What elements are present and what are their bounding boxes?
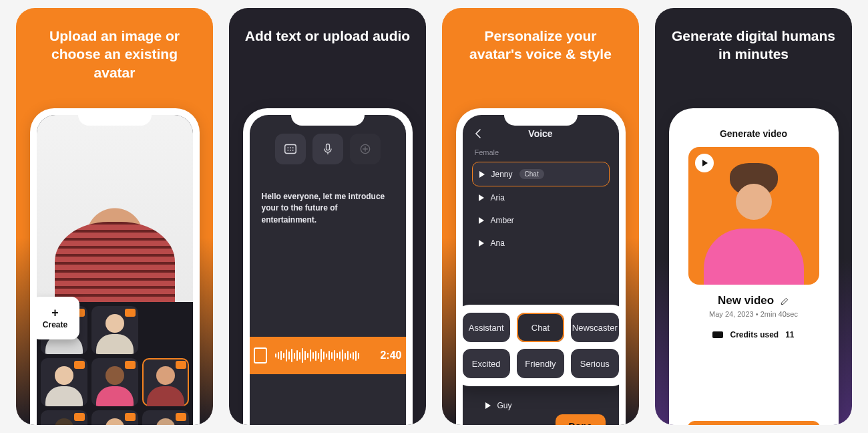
avatar-tile[interactable]: [91, 306, 138, 354]
voice-row[interactable]: Amber: [472, 209, 610, 232]
play-button[interactable]: [695, 154, 714, 172]
audio-screen: Hello everyone, let me introduce your to…: [250, 115, 406, 425]
microphone-icon: [321, 142, 335, 156]
voice-name: Amber: [491, 216, 514, 225]
premium-badge-icon: [74, 413, 85, 421]
generate-screen: Generate video New video May 24, 2023 • …: [676, 115, 832, 425]
voice-style-chip: Chat: [519, 169, 544, 179]
panel-title: Personalize your avatar's voice & style: [442, 8, 639, 70]
done-button[interactable]: Done: [556, 414, 606, 425]
premium-badge-icon: [125, 361, 136, 369]
panel-voice-style: Personalize your avatar's voice & style …: [442, 8, 639, 425]
waveform-icon: [275, 348, 373, 363]
play-icon: [479, 194, 484, 201]
upload-mode-button[interactable]: [350, 134, 381, 164]
avatar-tile[interactable]: [142, 410, 189, 425]
style-option[interactable]: Excited: [463, 349, 510, 378]
style-option[interactable]: Serious: [571, 349, 618, 378]
plus-icon: +: [51, 307, 59, 319]
credits-icon: [712, 331, 723, 338]
credits-row: Credits used 11: [712, 330, 794, 339]
panel-title: Add text or upload audio: [229, 8, 426, 51]
svg-point-5: [290, 150, 291, 151]
keyboard-mode-button[interactable]: [275, 134, 306, 164]
panel-upload-avatar: Upload an image or choose an existing av…: [16, 8, 213, 425]
voice-name: Aria: [491, 193, 505, 202]
phone-mock: Hello everyone, let me introduce your to…: [243, 108, 413, 425]
premium-badge-icon: [125, 309, 136, 317]
voice-name: Ana: [491, 239, 505, 248]
voice-header: Voice: [472, 124, 610, 143]
avatar-tile[interactable]: [41, 410, 87, 425]
play-icon: [479, 240, 484, 247]
back-button[interactable]: [475, 129, 481, 138]
avatar-tile[interactable]: [91, 410, 138, 425]
svg-point-3: [292, 147, 293, 148]
avatar-picker-screen: + Create: [37, 115, 193, 425]
voice-row[interactable]: Ana: [472, 232, 610, 255]
style-option[interactable]: Assistant: [463, 313, 510, 342]
video-meta: May 24, 2023 • 2min 40sec: [709, 310, 798, 318]
generate-header: Generate video: [720, 128, 787, 139]
section-label-female: Female: [475, 148, 610, 156]
video-name[interactable]: New video: [718, 294, 789, 307]
svg-point-2: [290, 147, 291, 148]
style-option[interactable]: Friendly: [517, 349, 564, 378]
voice-name: Guy: [497, 401, 512, 410]
play-icon: [479, 217, 484, 224]
panel-add-text-audio: Add text or upload audio Hello everyone,…: [229, 8, 426, 425]
voice-row[interactable]: Aria: [472, 186, 610, 209]
avatar-tile[interactable]: [91, 358, 138, 406]
edit-icon: [780, 297, 789, 306]
premium-badge-icon: [176, 413, 186, 421]
style-option-selected[interactable]: Chat: [517, 313, 564, 342]
panel-title: Upload an image or choose an existing av…: [16, 8, 213, 88]
play-icon: [479, 171, 485, 178]
svg-rect-7: [326, 144, 329, 150]
script-text[interactable]: Hello everyone, let me introduce your to…: [259, 191, 397, 226]
keyboard-icon: [283, 142, 298, 156]
chevron-left-icon: [475, 129, 481, 138]
avatar-tile[interactable]: [41, 358, 87, 406]
phone-mock: + Create: [30, 108, 200, 425]
style-option[interactable]: Newscaster: [571, 313, 618, 342]
create-label: Create: [43, 320, 67, 329]
premium-badge-icon: [125, 413, 136, 421]
voice-name: Jenny: [491, 170, 513, 179]
svg-rect-0: [284, 145, 296, 154]
create-avatar-button[interactable]: + Create: [37, 297, 79, 339]
svg-point-4: [287, 150, 288, 151]
microphone-mode-button[interactable]: [312, 134, 343, 164]
credits-value: 11: [785, 330, 794, 339]
selected-avatar-preview: [37, 115, 193, 302]
audio-file-icon: [254, 347, 267, 364]
video-preview[interactable]: [688, 147, 819, 285]
panel-generate: Generate digital humans in minutes Gener…: [655, 8, 852, 425]
premium-badge-icon: [74, 361, 85, 369]
voice-row[interactable]: Jenny Chat: [472, 162, 610, 186]
voice-header-title: Voice: [528, 128, 552, 139]
svg-point-6: [292, 150, 293, 151]
voice-screen: Voice Female Jenny Chat Aria Amber: [463, 115, 619, 425]
style-picker-popup: Assistant Chat Newscaster Excited Friend…: [463, 305, 619, 386]
panel-title: Generate digital humans in minutes: [655, 8, 852, 70]
phone-mock: Voice Female Jenny Chat Aria Amber: [456, 108, 626, 425]
voice-name: Davis: [497, 424, 517, 425]
audio-duration: 2:40: [380, 349, 401, 362]
audio-clip-bar[interactable]: 2:40: [250, 337, 406, 374]
upload-icon: [359, 142, 372, 156]
premium-badge-icon: [176, 361, 186, 369]
voice-row[interactable]: Guy: [479, 394, 603, 417]
generate-button[interactable]: Generate: [688, 421, 820, 425]
input-mode-row: [259, 134, 397, 164]
credits-label: Credits used: [730, 330, 779, 339]
play-icon: [485, 402, 491, 409]
female-voice-list: Jenny Chat Aria Amber Ana: [472, 162, 610, 255]
phone-mock: Generate video New video May 24, 2023 • …: [669, 108, 839, 425]
avatar-tile-selected[interactable]: [142, 358, 189, 406]
svg-point-1: [287, 147, 288, 148]
